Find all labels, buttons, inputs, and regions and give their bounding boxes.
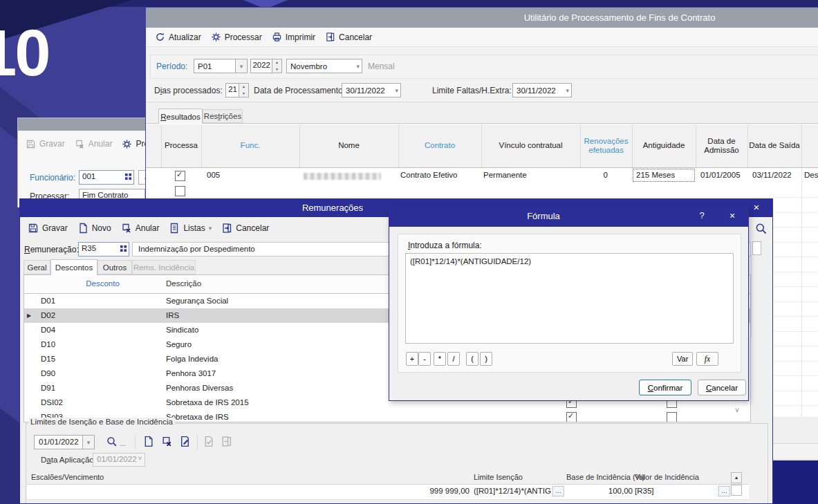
search-icon[interactable] bbox=[106, 436, 118, 447]
lookup-grid-icon[interactable] bbox=[124, 173, 132, 180]
periodo-combo[interactable]: P01 ▾ bbox=[194, 59, 248, 73]
selected-row-marker-icon: ▶ bbox=[27, 312, 31, 319]
data-aplicacao-label: Data Aplicação: bbox=[41, 456, 96, 464]
escalao-cell: 999 999,00 bbox=[331, 487, 470, 495]
limites-date-combo[interactable]: 01/01/2022 ▾ bbox=[34, 435, 95, 449]
edit-record-icon[interactable] bbox=[179, 436, 191, 447]
tab-outros[interactable]: Outros bbox=[97, 260, 132, 274]
chevron-down-icon[interactable]: ▾ bbox=[235, 59, 247, 73]
delete-record-icon[interactable] bbox=[161, 436, 173, 447]
gear-icon bbox=[122, 139, 132, 149]
data-aplicacao-combo: 01/01/2022 ˅ bbox=[93, 453, 145, 467]
scrollbar-thumb[interactable] bbox=[731, 485, 742, 496]
col-header-limite-isencao[interactable]: Limite Isenção bbox=[474, 473, 523, 481]
spinner-arrows-icon[interactable]: ▲▼ bbox=[272, 59, 281, 73]
data-processamento-combo[interactable]: 30/11/2022 ▾ bbox=[342, 83, 401, 97]
remuneracao-code-input[interactable]: R35 bbox=[78, 242, 129, 256]
formula-textarea[interactable]: ([R01]*12/14)*(ANTIGUIDADE/12) bbox=[405, 253, 734, 344]
limite-formula-dots-button[interactable]: ... bbox=[552, 486, 564, 496]
col-header-descricao[interactable]: Descrição bbox=[166, 279, 201, 288]
tipo-periodo-label: Mensal bbox=[368, 62, 395, 71]
funcionario-input[interactable]: 001 bbox=[79, 170, 134, 185]
undo-button[interactable]: Anular bbox=[70, 137, 118, 151]
dias-spinner[interactable]: 21 ▲▼ bbox=[225, 83, 249, 97]
save-button[interactable]: Gravar bbox=[23, 221, 73, 236]
lists-menu-button[interactable]: Listas ▾ bbox=[164, 221, 216, 236]
limite-faltas-combo[interactable]: 30/11/2022 ▾ bbox=[512, 83, 572, 97]
formula-prompt-label: Introduza a fórmula: bbox=[408, 241, 482, 250]
printer-icon bbox=[272, 32, 282, 42]
search-icon[interactable] bbox=[754, 222, 768, 235]
processa-checkbox-checked[interactable] bbox=[175, 171, 185, 181]
col-header-desconto[interactable]: Desconto bbox=[45, 279, 160, 288]
escaloes-grid-row[interactable]: 999 999,00 ([R01]*12/14)*(ANTIG ... 100,… bbox=[27, 484, 749, 500]
operator-minus-button[interactable]: - bbox=[418, 352, 431, 366]
col-header-valor-incidencia[interactable]: Valor de Incidência bbox=[635, 473, 699, 481]
desconto-codigo-cell: DSI02 bbox=[41, 398, 63, 407]
formula-titlebar[interactable]: Fórmula ? × bbox=[389, 206, 748, 227]
col-header-processa[interactable]: Processa bbox=[161, 124, 201, 167]
spinner-arrows-icon[interactable]: ▲▼ bbox=[239, 84, 248, 97]
atualizar-button[interactable]: Atualizar bbox=[150, 30, 206, 44]
col-header-escaloes[interactable]: Escalões/Vencimento bbox=[31, 473, 104, 481]
valor-dots-button[interactable]: ... bbox=[718, 486, 730, 496]
operator-close-paren-button[interactable]: ) bbox=[480, 352, 492, 366]
cancel-button[interactable]: Cancelar bbox=[698, 380, 746, 395]
cancelar-button[interactable]: Cancelar bbox=[216, 221, 274, 236]
col-header-antiguidade[interactable]: Antiguidade bbox=[632, 124, 696, 167]
lookup-grid-icon[interactable] bbox=[120, 245, 127, 252]
operator-divide-button[interactable]: / bbox=[447, 352, 460, 366]
var-button[interactable]: Var bbox=[672, 352, 693, 366]
chevron-down-icon: ▾ bbox=[209, 225, 212, 232]
col-header-nome[interactable]: Nome bbox=[299, 124, 398, 167]
undo-button[interactable]: Anular bbox=[116, 221, 165, 236]
process-window-titlebar[interactable] bbox=[18, 118, 148, 131]
processa-checkbox-unchecked[interactable] bbox=[175, 186, 185, 196]
tab-geral[interactable]: Geral bbox=[24, 260, 50, 274]
new-button[interactable]: Novo bbox=[73, 221, 116, 236]
col-header-contrato[interactable]: Contrato bbox=[398, 124, 481, 167]
processar-button[interactable]: Processar bbox=[206, 30, 267, 44]
col-header-renovacoes[interactable]: Renovações efetuadas bbox=[580, 124, 632, 167]
utilitario-titlebar[interactable]: Utilitário de Processamento de Fins de C… bbox=[146, 8, 818, 28]
col-header-saida[interactable]: Data de Saída bbox=[747, 124, 801, 167]
result-row[interactable]: 005 Contrato Efetivo Permanente 0 215 Me… bbox=[146, 168, 818, 184]
operator-plus-button[interactable]: + bbox=[406, 352, 418, 366]
scroll-up-icon[interactable]: ▲ bbox=[731, 472, 742, 483]
wallpaper-version-number: 10 bbox=[0, 21, 49, 86]
cancelar-button[interactable]: Cancelar bbox=[320, 30, 377, 44]
checkbox-unchecked[interactable] bbox=[667, 412, 677, 422]
chevron-down-icon: ▾ bbox=[395, 87, 398, 94]
mes-combo[interactable]: Novembro ▾ bbox=[286, 59, 362, 73]
utilitario-toolbar: Atualizar Processar Imprimir Cancelar bbox=[146, 28, 818, 47]
chevron-down-icon[interactable]: ▾ bbox=[82, 436, 94, 449]
operator-open-paren-button[interactable]: ( bbox=[466, 352, 478, 366]
tab-restricoes[interactable]: Restrições bbox=[203, 109, 243, 123]
help-icon[interactable]: ? bbox=[692, 206, 712, 227]
desconto-codigo-cell: D90 bbox=[41, 369, 55, 377]
close-icon[interactable]: × bbox=[721, 206, 743, 227]
desconto-descricao-cell: Folga Indevida bbox=[166, 355, 218, 363]
col-header-base-incidencia[interactable]: Base de Incidência (%) bbox=[566, 473, 644, 481]
col-header-func[interactable]: Func. bbox=[201, 124, 299, 167]
close-icon[interactable]: × bbox=[746, 199, 767, 217]
imprimir-button[interactable]: Imprimir bbox=[267, 30, 320, 44]
tab-descontos[interactable]: Descontos bbox=[50, 259, 97, 275]
cancel-record-icon bbox=[121, 223, 132, 234]
new-page-icon bbox=[77, 223, 89, 234]
col-header-vinculo[interactable]: Vínculo contratual bbox=[481, 124, 580, 167]
new-record-icon[interactable] bbox=[142, 436, 154, 447]
lookup-dots[interactable]: ... bbox=[120, 439, 126, 447]
antiguidade-cell-selected[interactable]: 215 Meses bbox=[633, 169, 695, 182]
fx-function-button[interactable]: fx bbox=[696, 352, 718, 366]
confirm-button[interactable]: Confirmar bbox=[639, 380, 691, 395]
checkbox-checked[interactable] bbox=[566, 412, 577, 422]
filters-panel: Período: P01 ▾ 2022 ▲▼ Novembro ▾ Mensal… bbox=[146, 48, 818, 102]
tab-rems-incidencia: Rems. Incidência bbox=[132, 260, 196, 274]
tab-resultados[interactable]: Resultados bbox=[158, 109, 203, 124]
col-header-admissao[interactable]: Data de Admissão bbox=[696, 124, 747, 167]
save-button[interactable]: Gravar bbox=[21, 137, 70, 151]
ano-spinner[interactable]: 2022 ▲▼ bbox=[250, 59, 282, 73]
scroll-down-icon[interactable]: ˅ bbox=[735, 407, 739, 414]
operator-multiply-button[interactable]: * bbox=[434, 352, 446, 366]
